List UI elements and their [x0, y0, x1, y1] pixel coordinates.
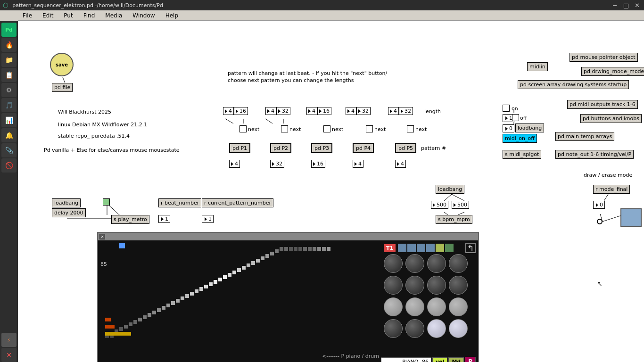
p3-num3[interactable]: 16: [311, 160, 325, 168]
menu-put[interactable]: Put: [61, 11, 75, 20]
midiin-obj[interactable]: midiin: [527, 62, 548, 71]
bpm-val-a[interactable]: 500: [431, 201, 448, 209]
sidebar-icon-5[interactable]: 🎵: [1, 98, 17, 112]
mode-val[interactable]: 0: [593, 201, 605, 209]
p4-num3[interactable]: 4: [353, 160, 363, 168]
s-play-metro-obj[interactable]: s play_metro: [111, 215, 149, 224]
sidebar-icon-2[interactable]: 📁: [1, 53, 17, 67]
pd-note-out-obj[interactable]: pd note_out 1-6 timing/vel/P: [555, 150, 634, 159]
p4-num2[interactable]: 32: [356, 107, 371, 115]
menu-window[interactable]: Window: [130, 11, 157, 20]
knob-12[interactable]: [449, 297, 468, 316]
sidebar-icon-x[interactable]: ✕: [1, 348, 17, 362]
p2-num2[interactable]: 32: [276, 107, 290, 115]
tc2: [407, 244, 416, 252]
minimize-btn[interactable]: −: [611, 2, 619, 9]
pd-drawing-obj[interactable]: pd drwing_mode_mode: [581, 67, 644, 76]
bpm-val-b[interactable]: 500: [452, 201, 469, 209]
zero-number[interactable]: 0: [503, 124, 514, 132]
md-btn[interactable]: Md: [448, 357, 464, 362]
sidebar-icon-bottom[interactable]: ⚡: [1, 333, 17, 347]
on-toggle[interactable]: [503, 105, 510, 112]
r-beat-number-obj[interactable]: r beat_number: [158, 198, 201, 207]
knob-11[interactable]: [427, 297, 446, 316]
p1-next-toggle[interactable]: [239, 125, 247, 132]
menu-help[interactable]: Help: [163, 11, 181, 20]
pd-main-temp-obj[interactable]: pd main temp arrays: [555, 132, 614, 141]
r-mode-final-obj[interactable]: r mode_final: [593, 185, 630, 194]
knob-10[interactable]: [405, 297, 424, 316]
p5-num3[interactable]: 4: [395, 160, 406, 168]
p3-num2[interactable]: 16: [317, 107, 331, 115]
sidebar-icon-7[interactable]: 🔔: [1, 128, 17, 142]
knob-14[interactable]: [405, 319, 424, 338]
vel-btn[interactable]: vel: [432, 357, 447, 362]
pd-p3[interactable]: pd P3: [311, 143, 332, 153]
seq-win-close[interactable]: ×: [99, 234, 105, 239]
pd-p4[interactable]: pd P4: [353, 143, 374, 153]
sidebar-icon-9[interactable]: 🚫: [1, 158, 17, 173]
knob-13[interactable]: [384, 319, 403, 338]
save-button[interactable]: save: [50, 53, 74, 76]
menu-media[interactable]: Media: [102, 11, 125, 20]
p1-num2[interactable]: 16: [234, 107, 248, 115]
p4-num1[interactable]: 4: [346, 107, 356, 115]
pd-file-obj[interactable]: pd file: [52, 83, 73, 92]
s-bpm-mpm-obj[interactable]: s bpm_mpm: [436, 215, 472, 224]
menu-file[interactable]: File: [20, 11, 35, 20]
loadbang2-obj[interactable]: loadbang: [52, 198, 81, 207]
knob-5[interactable]: [384, 276, 403, 295]
sidebar-pd-icon[interactable]: Pd: [1, 23, 17, 37]
p2-next-toggle[interactable]: [281, 125, 288, 132]
beat-val[interactable]: 1: [158, 215, 170, 223]
p5-num1[interactable]: 4: [388, 107, 399, 115]
p2-num3[interactable]: 32: [270, 160, 284, 168]
p4-next-toggle[interactable]: [366, 125, 373, 132]
t1-btn[interactable]: ↰: [465, 243, 476, 253]
metro-toggle[interactable]: [103, 198, 110, 206]
pd-p5[interactable]: pd P5: [395, 143, 416, 153]
p-btn[interactable]: P: [465, 357, 476, 362]
midi-on-off-obj[interactable]: midi_on_off: [503, 134, 537, 143]
delay-obj[interactable]: delay 2000: [52, 208, 86, 217]
knob-7[interactable]: [427, 276, 446, 295]
pattern-val[interactable]: 1: [202, 215, 214, 223]
knob-2[interactable]: [405, 254, 424, 273]
knob-8[interactable]: [449, 276, 468, 295]
pd-midi-out-obj[interactable]: pd midi outputs track 1-6: [567, 100, 638, 109]
p1-num3[interactable]: 4: [229, 160, 240, 168]
sidebar-icon-8[interactable]: 📎: [1, 143, 17, 157]
pd-p2[interactable]: pd P2: [270, 143, 291, 153]
knob-16[interactable]: [449, 319, 468, 338]
menu-edit[interactable]: Edit: [40, 11, 56, 20]
r-current-pattern-obj[interactable]: r current_pattern_number: [202, 198, 273, 207]
p3-next-toggle[interactable]: [323, 125, 330, 132]
close-btn[interactable]: ✕: [633, 2, 641, 9]
pd-mouse-obj[interactable]: pd mouse pointer object: [570, 53, 638, 62]
knob-1[interactable]: [384, 254, 403, 273]
p5-num2[interactable]: 32: [399, 107, 413, 115]
s-midi-spigot-obj[interactable]: s midi_spigot: [503, 150, 541, 159]
pd-p1[interactable]: pd P1: [229, 143, 250, 153]
off-toggle[interactable]: [512, 114, 519, 121]
step-cell: [256, 259, 260, 263]
p2-num1[interactable]: 4: [265, 107, 276, 115]
pd-screen-obj[interactable]: pd screen array drawing systems startup: [518, 80, 629, 89]
loadbang3-obj[interactable]: loadbang: [436, 185, 464, 194]
knob-4[interactable]: [449, 254, 468, 273]
p5-next-toggle[interactable]: [407, 125, 414, 132]
sidebar-icon-1[interactable]: 🔥: [1, 38, 17, 52]
menu-find[interactable]: Find: [81, 11, 98, 20]
knob-3[interactable]: [427, 254, 446, 273]
loadbang1-obj[interactable]: loadbang: [515, 123, 544, 132]
sidebar-icon-4[interactable]: ⚙: [1, 83, 17, 97]
knob-6[interactable]: [405, 276, 424, 295]
p1-num1[interactable]: 4: [223, 107, 234, 115]
knob-15[interactable]: [427, 319, 446, 338]
maximize-btn[interactable]: □: [622, 2, 630, 9]
p3-num1[interactable]: 4: [306, 107, 317, 115]
sidebar-icon-6[interactable]: 📊: [1, 113, 17, 127]
knob-9[interactable]: [384, 297, 403, 316]
sidebar-icon-3[interactable]: 📋: [1, 68, 17, 82]
pd-buttons-obj[interactable]: pd buttons and knobs: [580, 114, 642, 123]
